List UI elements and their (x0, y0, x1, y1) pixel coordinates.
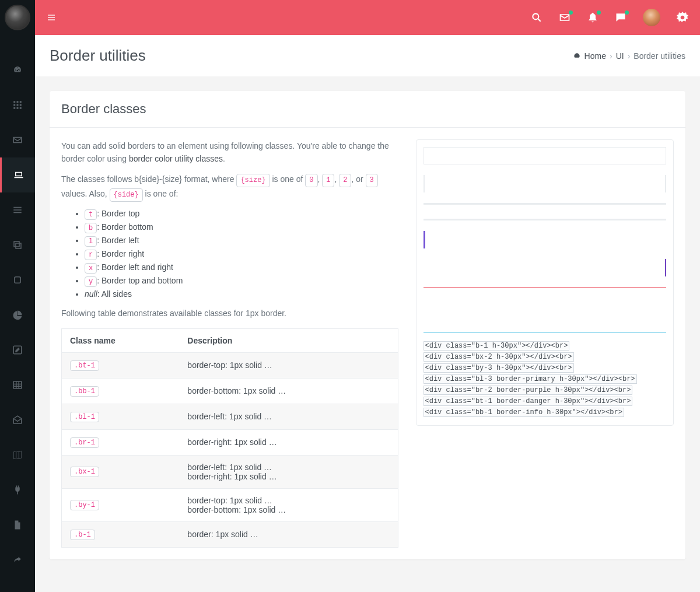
nav-plugin[interactable] (0, 472, 35, 507)
code-size: {size} (236, 174, 270, 187)
sidebar-toggle[interactable] (47, 13, 56, 22)
messages-button[interactable] (559, 12, 570, 23)
breadcrumb-separator: › (628, 51, 631, 61)
breadcrumb-separator: › (610, 51, 612, 61)
svg-rect-21 (48, 15, 55, 15)
intro-paragraph-2: The classes follows b{side}-{size} forma… (61, 173, 398, 202)
page-header: Border utilities Home › UI › Border util… (35, 35, 700, 76)
th-class: Class name (62, 328, 180, 352)
class-pill: .b-1 (70, 530, 95, 540)
code-0: 0 (305, 174, 317, 187)
notifications-button[interactable] (587, 12, 598, 23)
nav-chart[interactable] (0, 297, 35, 332)
settings-button[interactable] (677, 12, 688, 23)
code-line: <div class="bx-2 h-30px"></div><br> (424, 352, 574, 362)
side-null-label: : All sides (97, 289, 132, 299)
hamburger-icon (47, 13, 56, 22)
svg-rect-2 (20, 101, 22, 103)
nav-map[interactable] (0, 437, 35, 472)
class-pill: .by-1 (70, 500, 99, 510)
nav-ui[interactable] (0, 157, 35, 192)
demo-panel: <div class="b-1 h-30px"></div><br><div c… (416, 139, 674, 426)
code-3: 3 (366, 174, 378, 187)
code-line: <div class="bl-3 border-primary h-30px">… (424, 374, 637, 384)
side-item: t: Border top (85, 209, 398, 220)
svg-rect-14 (15, 277, 21, 283)
sidebar (0, 0, 35, 592)
code-line: <div class="bb-1 border-info h-30px"></d… (424, 408, 624, 417)
th-desc: Description (179, 328, 398, 352)
side-item: b: Border bottom (85, 222, 398, 233)
side-code: y (85, 276, 97, 287)
envelope-icon (12, 135, 23, 145)
chat-button[interactable] (615, 12, 626, 23)
search-button[interactable] (531, 12, 542, 23)
nav-apps[interactable] (0, 87, 35, 122)
topbar (35, 0, 700, 35)
code-sample: <div class="b-1 h-30px"></div><br><div c… (424, 341, 667, 418)
nav-square[interactable] (0, 262, 35, 297)
nav-dashboard[interactable] (0, 52, 35, 87)
table-icon (12, 380, 23, 390)
card-border-classes: Border classes You can add solid borders… (50, 91, 685, 559)
gauge-icon (12, 65, 23, 75)
desc-line: border-left: 1px solid … (187, 463, 389, 472)
table-row: .bt-1border-top: 1px solid … (62, 352, 398, 378)
nav-file[interactable] (0, 507, 35, 542)
side-item: l: Border left (85, 236, 398, 247)
plug-icon (12, 485, 23, 495)
envelope-open-icon (12, 415, 23, 425)
table-row: .br-1border-right: 1px solid … (62, 429, 398, 455)
svg-rect-4 (17, 104, 19, 106)
svg-rect-7 (17, 107, 19, 109)
code-line: <div class="by-3 h-30px"></div><br> (424, 363, 574, 373)
svg-line-25 (538, 19, 541, 22)
nav-inbox[interactable] (0, 402, 35, 437)
svg-rect-16 (13, 381, 22, 388)
nav-copy[interactable] (0, 227, 35, 262)
dashboard-icon (573, 52, 581, 60)
class-pill: .bl-1 (70, 412, 99, 422)
nav-share[interactable] (0, 542, 35, 577)
nav-mail[interactable] (0, 122, 35, 157)
breadcrumb: Home › UI › Border utilities (573, 51, 685, 61)
table-row: .bl-1border-left: 1px solid … (62, 404, 398, 429)
desc-line: border-bottom: 1px solid … (187, 386, 389, 395)
svg-rect-3 (13, 104, 15, 106)
nav-edit[interactable] (0, 332, 35, 367)
breadcrumb-ui[interactable]: UI (616, 51, 624, 61)
border-classes-table: Class name Description .bt-1border-top: … (61, 328, 398, 548)
file-icon (12, 520, 23, 530)
code-line: <div class="bt-1 border-danger h-30px"><… (424, 397, 633, 406)
border-color-link[interactable]: border color utility classes (129, 154, 223, 163)
side-item: y: Border top and bottom (85, 276, 398, 287)
svg-rect-0 (13, 101, 15, 103)
nav-table[interactable] (0, 367, 35, 402)
breadcrumb-home[interactable]: Home (584, 51, 606, 61)
map-icon (12, 450, 23, 460)
table-row: .b-1border: 1px solid … (62, 521, 398, 547)
svg-rect-5 (20, 104, 22, 106)
side-label: : Border left (97, 236, 139, 245)
sidebar-nav (0, 52, 35, 577)
notification-dot (569, 10, 573, 15)
svg-rect-12 (16, 243, 21, 248)
notification-dot (597, 10, 601, 15)
breadcrumb-current: Border utilities (634, 51, 685, 61)
side-item: x: Border left and right (85, 262, 398, 274)
code-line: <div class="b-1 h-30px"></div><br> (424, 341, 570, 351)
demo-bl-3-primary (424, 231, 667, 248)
class-pill: .bt-1 (70, 360, 99, 371)
svg-rect-9 (13, 207, 22, 208)
side-code: l (85, 236, 97, 247)
side-label: : Border right (97, 249, 144, 258)
demo-bt-1-danger (424, 287, 667, 304)
user-avatar[interactable] (643, 9, 660, 26)
side-label: : Border top and bottom (97, 276, 183, 285)
nav-menu[interactable] (0, 192, 35, 227)
side-null-em: null (85, 289, 97, 299)
sidebar-avatar[interactable] (0, 0, 35, 35)
side-label: : Border bottom (97, 222, 153, 232)
svg-rect-8 (20, 107, 22, 109)
avatar-image (5, 5, 30, 30)
